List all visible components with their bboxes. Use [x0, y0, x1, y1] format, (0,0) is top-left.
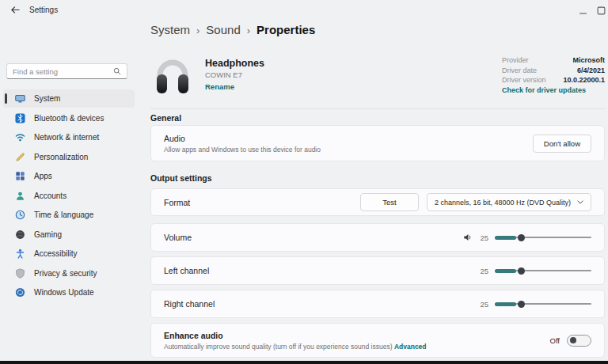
- sidebar-item-privacy-security[interactable]: Privacy & security: [3, 264, 135, 282]
- breadcrumb-system[interactable]: System: [150, 23, 190, 36]
- enhance-audio-card: Enhance audio Automatically improve soun…: [150, 323, 605, 358]
- format-label: Format: [164, 198, 190, 207]
- device-name: Headphones: [205, 58, 264, 69]
- header-divider: [150, 108, 605, 109]
- chevron-down-icon: [577, 200, 583, 204]
- time-language-icon: [15, 210, 25, 220]
- accounts-icon: [15, 191, 25, 201]
- sidebar-item-network-internet[interactable]: Network & internet: [3, 128, 135, 146]
- sidebar-item-label: Personalization: [34, 153, 88, 161]
- sidebar-item-label: Accessibility: [34, 249, 77, 258]
- format-dropdown[interactable]: 2 channels, 16 bit, 48000 Hz (DVD Qualit…: [427, 193, 591, 211]
- enhance-audio-title: Enhance audio: [164, 331, 427, 340]
- search-icon: [113, 67, 121, 75]
- volume-slider-thumb[interactable]: [518, 234, 525, 241]
- audio-title: Audio: [164, 134, 321, 143]
- search-input[interactable]: Find a setting: [6, 63, 127, 79]
- driver-date-value: 6/4/2021: [577, 66, 605, 74]
- driver-info: Provider Microsoft Driver date 6/4/2021 …: [502, 54, 605, 98]
- general-heading: General: [150, 113, 181, 123]
- sidebar-item-system[interactable]: System: [3, 89, 135, 108]
- sidebar-item-apps[interactable]: Apps: [3, 167, 135, 185]
- search-placeholder: Find a setting: [13, 67, 58, 76]
- sidebar-item-windows-update[interactable]: Windows Update: [3, 283, 135, 301]
- test-button[interactable]: Test: [360, 193, 419, 211]
- enhance-toggle-state: Off: [550, 336, 560, 345]
- network-icon: [15, 132, 25, 142]
- format-selected-value: 2 channels, 16 bit, 48000 Hz (DVD Qualit…: [435, 199, 571, 207]
- speaker-icon: [463, 233, 473, 242]
- audio-permission-card: Audio Allow apps and Windows to use this…: [150, 125, 605, 161]
- bottom-edge-bar: [0, 361, 608, 364]
- left-channel-card: Left channel 25: [150, 256, 605, 285]
- device-model: COWIN E7: [205, 70, 264, 79]
- driver-date-label: Driver date: [502, 66, 537, 74]
- sidebar-item-label: Network & internet: [34, 133, 99, 142]
- toggle-knob: [570, 337, 576, 343]
- output-settings-heading: Output settings: [150, 173, 212, 183]
- accessibility-icon: [15, 248, 25, 259]
- driver-provider-value: Microsoft: [573, 56, 606, 64]
- sidebar-item-label: Apps: [34, 172, 52, 180]
- device-header: Headphones COWIN E7 Rename Provider Micr…: [150, 54, 605, 98]
- enhance-audio-toggle[interactable]: [567, 335, 591, 347]
- volume-value: 25: [479, 233, 488, 242]
- sidebar-item-label: Bluetooth & devices: [34, 114, 104, 123]
- sidebar-item-accessibility[interactable]: Accessibility: [3, 245, 135, 263]
- settings-window: Settings Find a setting SystemBluetooth …: [0, 0, 608, 364]
- advanced-link[interactable]: Advanced: [394, 343, 427, 351]
- privacy-icon: [15, 268, 25, 279]
- sidebar-item-personalization[interactable]: Personalization: [3, 148, 135, 166]
- headphones-image: [150, 54, 195, 98]
- breadcrumb: System › Sound › Properties: [150, 23, 315, 36]
- sidebar-item-label: Privacy & security: [34, 269, 97, 278]
- driver-version-value: 10.0.22000.1: [563, 76, 605, 84]
- left-channel-value: 25: [479, 267, 488, 275]
- system-icon: [15, 93, 25, 104]
- sidebar-item-label: Accounts: [34, 191, 66, 200]
- personalization-icon: [15, 152, 25, 162]
- sidebar-item-label: Gaming: [34, 230, 62, 239]
- bluetooth-icon: [15, 113, 25, 123]
- driver-version-label: Driver version: [502, 76, 546, 84]
- sidebar-item-accounts[interactable]: Accounts: [3, 187, 135, 205]
- left-channel-slider-thumb[interactable]: [518, 267, 525, 275]
- gaming-icon: [15, 229, 25, 240]
- sidebar-item-gaming[interactable]: Gaming: [3, 226, 135, 244]
- breadcrumb-sound[interactable]: Sound: [206, 23, 240, 36]
- volume-card: Volume 25: [150, 223, 605, 252]
- dont-allow-button[interactable]: Don't allow: [533, 135, 591, 153]
- apps-icon: [15, 171, 25, 181]
- windows-update-icon: [15, 287, 25, 298]
- check-driver-updates-link[interactable]: Check for driver updates: [502, 86, 605, 94]
- volume-slider[interactable]: [495, 232, 591, 243]
- sidebar: Find a setting SystemBluetooth & devices…: [0, 0, 141, 361]
- right-channel-slider-thumb[interactable]: [518, 301, 525, 308]
- breadcrumb-separator-icon: ›: [196, 25, 200, 36]
- rename-link[interactable]: Rename: [205, 82, 264, 91]
- right-channel-value: 25: [479, 300, 488, 309]
- driver-provider-label: Provider: [502, 56, 529, 64]
- page-title: Properties: [256, 23, 315, 36]
- sidebar-item-label: Windows Update: [34, 288, 94, 297]
- left-channel-slider[interactable]: [495, 265, 591, 276]
- enhance-audio-subtitle: Automatically improve sound quality (tur…: [164, 343, 393, 351]
- volume-label: Volume: [164, 233, 192, 242]
- right-channel-card: Right channel 25: [150, 290, 605, 318]
- sidebar-item-label: System: [34, 94, 60, 103]
- sidebar-item-bluetooth-devices[interactable]: Bluetooth & devices: [3, 109, 135, 127]
- sidebar-item-time-language[interactable]: Time & language: [3, 206, 135, 224]
- left-channel-label: Left channel: [164, 266, 209, 275]
- audio-subtitle: Allow apps and Windows to use this devic…: [164, 146, 321, 154]
- right-channel-label: Right channel: [164, 299, 215, 309]
- breadcrumb-separator-icon: ›: [247, 25, 250, 36]
- right-channel-slider[interactable]: [495, 298, 591, 309]
- sidebar-nav: SystemBluetooth & devicesNetwork & inter…: [3, 89, 135, 303]
- format-card: Format Test 2 channels, 16 bit, 48000 Hz…: [150, 188, 605, 216]
- sidebar-item-label: Time & language: [34, 210, 93, 219]
- main-content: System › Sound › Properties Headphones C…: [150, 0, 606, 361]
